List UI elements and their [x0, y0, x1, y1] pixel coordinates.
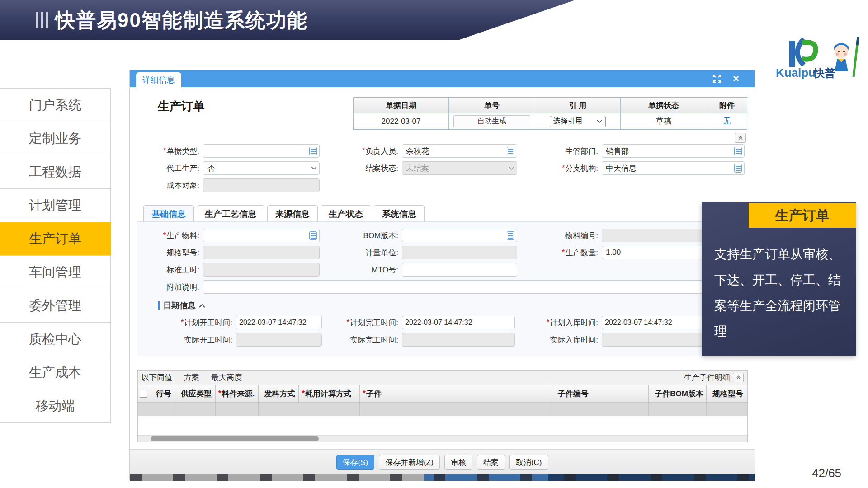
- chevron-down-icon: [509, 166, 514, 170]
- responsible-person-input[interactable]: 余秋花: [402, 144, 517, 158]
- feature-card-body: 支持生产订单从审核、下达、开工、停工、结案等生产全流程闭环管理: [714, 241, 844, 344]
- cancel-button[interactable]: 取消(C): [509, 455, 548, 470]
- collapse-header-button[interactable]: [735, 133, 746, 143]
- toolbar-same-value[interactable]: 以下同值: [142, 372, 172, 383]
- empty-table-row: [138, 403, 747, 416]
- page-number: 42/65: [812, 466, 841, 480]
- tab-process-info[interactable]: 生产工艺信息: [197, 205, 264, 223]
- sidebar-item-engineering-data[interactable]: 工程数据: [0, 155, 111, 189]
- toolbar-plan[interactable]: 方案: [184, 372, 199, 383]
- sidebar-item-quality-center[interactable]: 质检中心: [0, 322, 111, 356]
- doc-grid-header: 单据状态: [620, 98, 707, 113]
- field-close-status: 结案状态: 未结案: [317, 161, 517, 175]
- branch-org-input[interactable]: 中天信息: [602, 161, 745, 175]
- doc-header-grid: 单据日期 单号 引 用 单据状态 附件 2022-03-07 自动生成 选择引用…: [353, 97, 747, 130]
- tab-detail-info[interactable]: 详细信息: [136, 72, 181, 87]
- subtable-header-row: 行号 供应类型 *料件来源. 发料方式 *耗用计算方式 *子件 子件编号 子件B…: [138, 385, 747, 403]
- header-banner: 快普易90智能制造系统功能: [0, 0, 575, 40]
- detail-tabs: 基础信息 生产工艺信息 来源信息 生产状态 系统信息: [143, 205, 425, 223]
- save-button[interactable]: 保存(S): [336, 455, 375, 470]
- close-status-select: 未结案: [402, 161, 517, 175]
- field-additional-notes: 附加说明:: [158, 280, 745, 294]
- approve-button[interactable]: 审核: [444, 455, 472, 470]
- slide: 快普易90智能制造系统功能 Kuaipu 快普 42/65 门户系统 定制业务 …: [0, 0, 868, 488]
- sidebar-item-production-order[interactable]: 生产订单: [0, 222, 111, 256]
- additional-notes-input[interactable]: [203, 280, 745, 294]
- close-icon[interactable]: ×: [731, 74, 741, 84]
- sidebar: 门户系统 定制业务 工程数据 计划管理 生产订单 车间管理 委外管理 质检中心 …: [0, 89, 111, 423]
- window-titlebar: 详细信息 ×: [130, 70, 755, 87]
- list-picker-icon[interactable]: [309, 231, 317, 240]
- detail-window: 详细信息 × 生产订单 单据日期 单号 引 用 单据状态 附件 2022-03-…: [129, 70, 755, 480]
- child-items-table: 以下同值 方案 最大高度 生产子件明细 行号 供应类型 *料件来源. 发料方式 …: [137, 370, 748, 442]
- sidebar-item-plan-management[interactable]: 计划管理: [0, 188, 111, 222]
- bom-version-input[interactable]: [402, 229, 517, 242]
- doc-number-box: 自动生成: [453, 115, 530, 127]
- list-picker-icon[interactable]: [507, 147, 514, 155]
- list-picker-icon[interactable]: [309, 147, 317, 155]
- field-cost-object: 成本对象:: [158, 178, 320, 192]
- list-picker-icon[interactable]: [734, 164, 742, 173]
- col-spec-model: 规格型号: [707, 385, 747, 402]
- close-case-button[interactable]: 结案: [477, 455, 505, 470]
- horizontal-scrollbar: [138, 435, 747, 442]
- chevron-double-up-icon: [736, 375, 741, 380]
- tab-source-info[interactable]: 来源信息: [267, 205, 318, 223]
- sidebar-item-mobile[interactable]: 移动端: [0, 389, 111, 423]
- doc-type-input[interactable]: [203, 144, 320, 158]
- actual-start-time-input: [236, 333, 322, 347]
- col-material-source: *料件来源.: [216, 385, 259, 402]
- col-issue-method: 发料方式: [259, 385, 299, 402]
- list-picker-icon[interactable]: [734, 147, 742, 155]
- field-responsible-person: *负责人员: 余秋花: [317, 144, 517, 158]
- cost-object-input: [203, 178, 320, 192]
- sidebar-item-portal[interactable]: 门户系统: [0, 88, 111, 122]
- field-standard-hours: 标准工时:: [158, 263, 320, 277]
- save-and-new-button[interactable]: 保存并新增(Z): [379, 455, 440, 470]
- triple-bars-icon: [36, 12, 48, 28]
- sidebar-item-workshop-management[interactable]: 车间管理: [0, 255, 111, 289]
- actual-finish-time-input: [402, 333, 515, 347]
- expand-icon[interactable]: [712, 74, 722, 84]
- field-spec-model: 规格型号:: [158, 246, 320, 259]
- chevron-up-icon[interactable]: [199, 304, 205, 308]
- feature-card: 生产订单 支持生产订单从审核、下达、开工、停工、结案等生产全流程闭环管理: [702, 202, 856, 356]
- field-branch-org: *分支机构: 中天信息: [520, 161, 745, 175]
- tab-system-info[interactable]: 系统信息: [374, 205, 425, 223]
- production-material-input[interactable]: [203, 229, 320, 242]
- field-bom-version: BOM版本:: [317, 229, 517, 242]
- attachment-link[interactable]: 无: [723, 117, 731, 126]
- tab-production-status[interactable]: 生产状态: [321, 205, 371, 223]
- sidebar-item-production-cost[interactable]: 生产成本: [0, 356, 111, 389]
- toolbar-max-height[interactable]: 最大高度: [211, 372, 242, 383]
- planned-start-time-input[interactable]: 2022-03-07 14:47:32: [236, 316, 322, 329]
- col-child-item: *子件: [360, 385, 552, 402]
- field-unit: 计量单位:: [317, 246, 517, 259]
- date-section-title: 日期信息: [163, 300, 196, 311]
- cropped-taskbar-strip: [130, 474, 755, 481]
- oem-production-select[interactable]: 否: [203, 161, 320, 175]
- slide-title: 快普易90智能制造系统功能: [55, 7, 308, 34]
- sidebar-item-outsourcing-management[interactable]: 委外管理: [0, 289, 111, 323]
- logo-text-en: Kuaipu: [776, 66, 816, 80]
- scrollbar-thumb[interactable]: [151, 436, 319, 441]
- select-all-checkbox[interactable]: [140, 390, 147, 398]
- unit-input: [402, 246, 517, 259]
- collapse-subtable-button[interactable]: [733, 373, 744, 382]
- col-child-bom-version: 子件BOM版本: [649, 385, 707, 402]
- doc-status-value: 草稿: [620, 113, 707, 129]
- planned-finish-time-input[interactable]: 2022-03-07 14:47:32: [402, 316, 515, 329]
- mto-number-input[interactable]: [402, 263, 517, 277]
- table-body-area: [138, 416, 747, 435]
- list-picker-icon[interactable]: [507, 231, 514, 240]
- field-production-dept: 生管部门: 销售部: [520, 144, 745, 158]
- sidebar-item-custom-business[interactable]: 定制业务: [0, 122, 111, 155]
- reference-select[interactable]: 选择引用: [550, 116, 606, 127]
- production-dept-input[interactable]: 销售部: [602, 144, 745, 158]
- form-title: 生产订单: [158, 99, 205, 114]
- field-planned-finish-time: *计划完工时间: 2022-03-07 14:47:32: [317, 316, 515, 329]
- field-planned-start-time: *计划开工时间: 2022-03-07 14:47:32: [158, 316, 322, 329]
- tab-basic-info[interactable]: 基础信息: [143, 205, 194, 223]
- subtable-title: 生产子件明细: [684, 372, 730, 383]
- doc-grid-header: 附件: [707, 98, 747, 113]
